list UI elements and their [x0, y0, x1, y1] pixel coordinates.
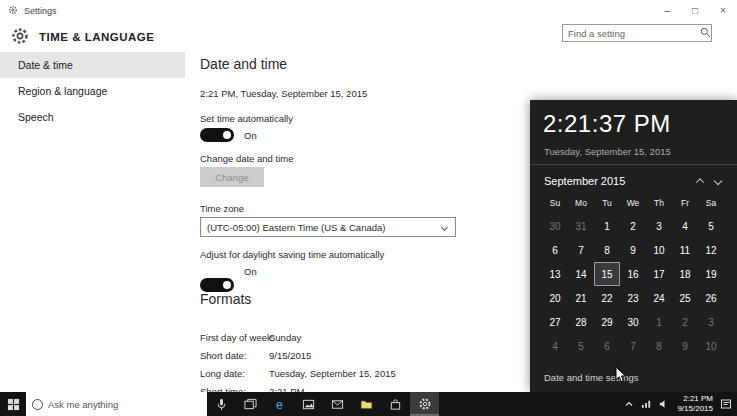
task-view-icon[interactable] — [236, 392, 265, 416]
taskbar: e 2:21 PM 9/15/2015 — [0, 392, 737, 416]
find-setting-search[interactable] — [562, 24, 712, 42]
sidebar-item-date-time[interactable]: Date & time — [0, 52, 185, 78]
change-date-time-label: Change date and time — [200, 153, 293, 164]
calendar-day[interactable]: 3 — [698, 310, 724, 334]
calendar-day[interactable]: 6 — [542, 238, 568, 262]
calendar-day[interactable]: 30 — [620, 310, 646, 334]
flyout-time: 2:21:37 PM — [543, 110, 671, 138]
clock-flyout: 2:21:37 PM Tuesday, September 15, 2015 S… — [530, 100, 737, 392]
tray-time: 2:21 PM — [677, 394, 713, 404]
calendar-day[interactable]: 3 — [646, 214, 672, 238]
calendar-day[interactable]: 31 — [568, 214, 594, 238]
calendar-day[interactable]: 1 — [594, 214, 620, 238]
set-time-auto-label: Set time automatically — [200, 113, 293, 124]
file-explorer-icon[interactable] — [352, 392, 381, 416]
calendar-day[interactable]: 21 — [568, 286, 594, 310]
calendar-day[interactable]: 8 — [646, 334, 672, 358]
cortana-search-box[interactable] — [26, 392, 207, 416]
set-time-auto-state: On — [244, 130, 257, 141]
edge-icon[interactable]: e — [265, 392, 294, 416]
format-label: Short date: — [200, 350, 267, 361]
calendar-day[interactable]: 10 — [646, 238, 672, 262]
taskbar-search-input[interactable] — [48, 399, 207, 410]
calendar-day[interactable]: 5 — [698, 214, 724, 238]
calendar-day[interactable]: 7 — [620, 334, 646, 358]
current-datetime: 2:21 PM, Tuesday, September 15, 2015 — [200, 88, 367, 99]
store-icon[interactable] — [381, 392, 410, 416]
search-input[interactable] — [568, 28, 700, 39]
calendar-grid: 3031123456789101112131415161718192021222… — [542, 214, 724, 358]
calendar-day[interactable]: 17 — [646, 262, 672, 286]
close-button[interactable]: × — [709, 0, 737, 22]
format-label: First day of week: — [200, 332, 267, 343]
calendar-day[interactable]: 4 — [542, 334, 568, 358]
calendar-prev-button[interactable] — [691, 173, 709, 189]
chevron-down-icon — [714, 177, 722, 185]
calendar-day[interactable]: 24 — [646, 286, 672, 310]
chevron-up-icon[interactable] — [624, 399, 634, 409]
system-tray: 2:21 PM 9/15/2015 — [624, 392, 737, 416]
calendar-day[interactable]: 11 — [672, 238, 698, 262]
calendar-day[interactable]: 12 — [698, 238, 724, 262]
calendar-day[interactable]: 13 — [542, 262, 568, 286]
calendar-day-selected[interactable]: 15 — [594, 262, 620, 286]
daylight-saving-label: Adjust for daylight saving time automati… — [200, 249, 384, 260]
timezone-dropdown[interactable]: (UTC-05:00) Eastern Time (US & Canada) — [200, 217, 456, 237]
calendar-day[interactable]: 1 — [646, 310, 672, 334]
calendar-day[interactable]: 8 — [594, 238, 620, 262]
minimize-button[interactable]: – — [653, 0, 681, 22]
calendar-day[interactable]: 27 — [542, 310, 568, 334]
window-title: Settings — [24, 6, 57, 16]
gear-icon — [10, 26, 30, 48]
calendar-day[interactable]: 16 — [620, 262, 646, 286]
sidebar-item-speech[interactable]: Speech — [0, 104, 185, 130]
calendar-day[interactable]: 7 — [568, 238, 594, 262]
calendar-day-header: We — [620, 198, 646, 208]
calendar-day[interactable]: 6 — [594, 334, 620, 358]
calendar-day[interactable]: 4 — [672, 214, 698, 238]
divider — [530, 164, 737, 165]
microphone-icon[interactable] — [207, 392, 236, 416]
calendar-day[interactable]: 20 — [542, 286, 568, 310]
calendar-day[interactable]: 29 — [594, 310, 620, 334]
calendar-day[interactable]: 30 — [542, 214, 568, 238]
calendar-day[interactable]: 28 — [568, 310, 594, 334]
calendar-day-headers: SuMoTuWeThFrSa — [542, 198, 724, 208]
calendar-day[interactable]: 9 — [620, 238, 646, 262]
tray-date: 9/15/2015 — [677, 404, 713, 414]
settings-icon[interactable] — [410, 392, 439, 416]
calendar-day-header: Su — [542, 198, 568, 208]
calendar-day[interactable]: 5 — [568, 334, 594, 358]
calendar-day-header: Th — [646, 198, 672, 208]
calendar-day[interactable]: 18 — [672, 262, 698, 286]
calendar-day[interactable]: 2 — [672, 310, 698, 334]
calendar-day[interactable]: 22 — [594, 286, 620, 310]
volume-icon[interactable] — [659, 399, 670, 409]
action-center-icon[interactable] — [720, 398, 732, 410]
calendar-day[interactable]: 10 — [698, 334, 724, 358]
maximize-button[interactable]: □ — [681, 0, 709, 22]
date-time-settings-link[interactable]: Date and time settings — [544, 372, 639, 383]
calendar-day[interactable]: 19 — [698, 262, 724, 286]
calendar-day[interactable]: 14 — [568, 262, 594, 286]
calendar-month-label[interactable]: September 2015 — [544, 175, 691, 187]
sidebar: Date & timeRegion & languageSpeech — [0, 52, 185, 130]
photos-icon[interactable] — [294, 392, 323, 416]
tray-clock[interactable]: 2:21 PM 9/15/2015 — [677, 394, 713, 414]
calendar-day[interactable]: 23 — [620, 286, 646, 310]
calendar-day[interactable]: 26 — [698, 286, 724, 310]
flyout-date: Tuesday, September 15, 2015 — [544, 146, 671, 157]
mail-icon[interactable] — [323, 392, 352, 416]
calendar-day[interactable]: 9 — [672, 334, 698, 358]
calendar-day[interactable]: 25 — [672, 286, 698, 310]
set-time-auto-toggle[interactable] — [200, 128, 234, 142]
sidebar-item-region-language[interactable]: Region & language — [0, 78, 185, 104]
change-button[interactable]: Change — [200, 167, 264, 187]
calendar-day[interactable]: 2 — [620, 214, 646, 238]
calendar-next-button[interactable] — [709, 173, 727, 189]
start-button[interactable] — [0, 392, 26, 416]
daylight-saving-toggle[interactable] — [200, 278, 234, 292]
settings-window: Settings – □ × TIME & LANGUAGE Date & ti… — [0, 0, 737, 416]
search-icon[interactable] — [700, 27, 711, 40]
network-icon[interactable] — [641, 399, 652, 409]
